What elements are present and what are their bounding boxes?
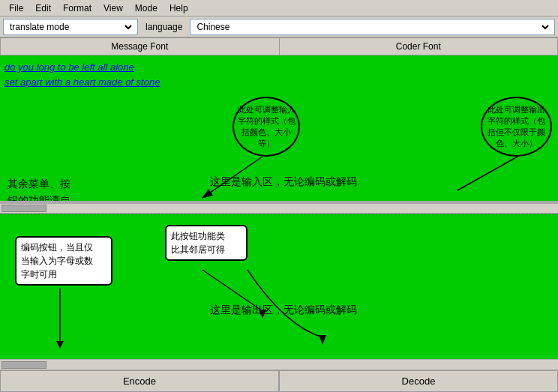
mode-dropdown-container[interactable]: translate mode encode mode decode mode: [3, 19, 138, 35]
menubar: File Edit Format View Mode Help: [0, 0, 558, 16]
menu-file[interactable]: File: [3, 1, 29, 15]
input-text[interactable]: do you long to be left all alone set apa…: [4, 60, 160, 89]
toolbar: translate mode encode mode decode mode l…: [0, 16, 558, 37]
encode-annotation: 编码按钮，当且仅 当输入为字母或数 字时可用: [15, 236, 112, 286]
decode-button[interactable]: Decode: [279, 370, 558, 392]
top-panel-scrollbar[interactable]: [0, 203, 558, 214]
content-area: do you long to be left all alone set apa…: [0, 55, 558, 370]
scrollbar-thumb[interactable]: [2, 205, 46, 212]
menu-edit[interactable]: Edit: [29, 1, 57, 15]
font-tabs: Message Font Coder Font: [0, 37, 558, 55]
bottom-buttons: Encode Decode: [0, 370, 558, 392]
encode-button[interactable]: Encode: [0, 370, 279, 392]
language-label: language: [141, 22, 187, 32]
menu-format[interactable]: Format: [57, 1, 98, 15]
top-panel: do you long to be left all alone set apa…: [0, 55, 558, 203]
bottom-panel: 编码按钮，当且仅 当输入为字母或数 字时可用 此按钮功能类 比其邻居可得 这里是…: [0, 214, 558, 359]
left-note: 其余菜单、按 钮的功能请自 行跟补: [8, 175, 70, 203]
right-note-input: 这里是输入区，无论编码或解码: [210, 175, 357, 189]
mode-select[interactable]: translate mode encode mode decode mode: [7, 21, 134, 33]
circle-annotation-input: 此处可调整输入字符的样式（包括颜色、大小等）: [232, 97, 300, 157]
menu-mode[interactable]: Mode: [129, 1, 164, 15]
tab-coder-font[interactable]: Coder Font: [279, 37, 559, 55]
bottom-panel-inner: 编码按钮，当且仅 当输入为字母或数 字时可用 此按钮功能类 比其邻居可得 这里是…: [0, 214, 558, 359]
svg-marker-7: [319, 335, 326, 345]
svg-marker-4: [56, 341, 64, 349]
button-annotation: 此按钮功能类 比其邻居可得: [165, 225, 248, 261]
bottom-panel-scrollbar[interactable]: [0, 359, 558, 370]
menu-view[interactable]: View: [98, 1, 129, 15]
tab-message-font[interactable]: Message Font: [0, 37, 279, 55]
svg-line-1: [458, 157, 518, 190]
language-dropdown-container[interactable]: Chinese English French: [190, 19, 555, 35]
top-panel-inner: do you long to be left all alone set apa…: [0, 55, 558, 201]
language-select[interactable]: Chinese English French: [194, 21, 551, 33]
bottom-scrollbar-thumb[interactable]: [2, 361, 46, 369]
output-label: 这里是输出区，无论编码或解码: [210, 304, 357, 317]
circle-annotation-output: 此处可调整输出字符的样式（包括但不仅限于颜色、大小）: [481, 97, 552, 157]
menu-help[interactable]: Help: [164, 1, 194, 15]
